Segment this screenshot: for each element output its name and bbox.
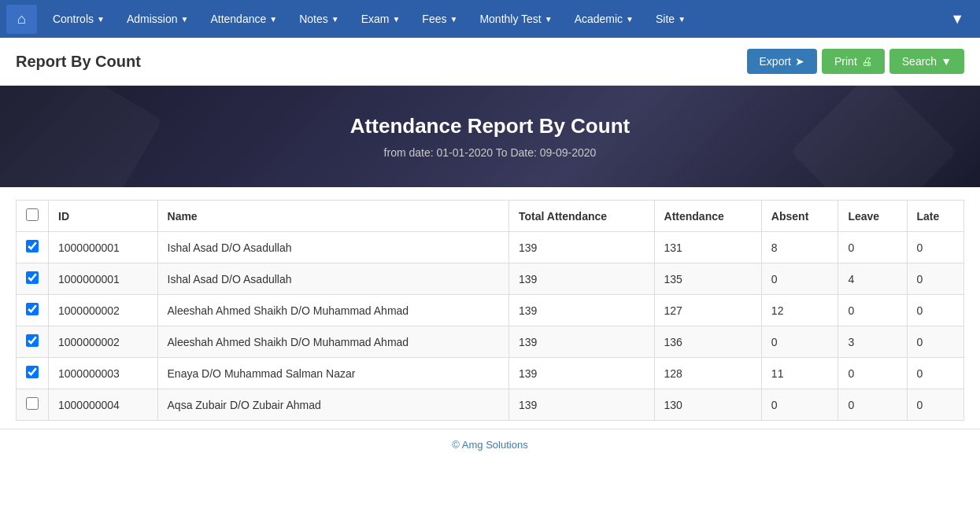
row-total: 139 bbox=[509, 326, 654, 358]
row-attendance: 128 bbox=[654, 358, 761, 389]
row-leave: 0 bbox=[838, 358, 907, 389]
col-header-name: Name bbox=[157, 201, 509, 232]
row-absent: 11 bbox=[761, 358, 838, 389]
row-leave: 0 bbox=[838, 295, 907, 326]
table-row: 1000000002 Aleeshah Ahmed Shaikh D/O Muh… bbox=[17, 326, 964, 358]
row-checkbox-cell[interactable] bbox=[17, 232, 49, 263]
navbar-exam[interactable]: Exam ▼ bbox=[350, 0, 412, 38]
row-name: Ishal Asad D/O Asadullah bbox=[157, 232, 509, 263]
row-absent: 0 bbox=[761, 326, 838, 358]
navbar-attendance[interactable]: Attendance ▼ bbox=[199, 0, 288, 38]
row-id: 1000000001 bbox=[49, 263, 158, 295]
chevron-down-icon: ▼ bbox=[97, 15, 105, 24]
row-leave: 0 bbox=[838, 232, 907, 263]
select-all-header[interactable] bbox=[17, 201, 49, 232]
row-checkbox-cell[interactable] bbox=[17, 358, 49, 389]
row-checkbox[interactable] bbox=[26, 334, 39, 347]
table-row: 1000000003 Enaya D/O Muhammad Salman Naz… bbox=[17, 358, 964, 389]
table-row: 1000000004 Aqsa Zubair D/O Zubair Ahmad … bbox=[17, 389, 964, 421]
chevron-down-icon: ▼ bbox=[678, 15, 686, 24]
row-late: 0 bbox=[907, 326, 964, 358]
table-row: 1000000001 Ishal Asad D/O Asadullah 139 … bbox=[17, 263, 964, 295]
row-checkbox-cell[interactable] bbox=[17, 295, 49, 326]
row-attendance: 130 bbox=[654, 389, 761, 421]
row-absent: 0 bbox=[761, 263, 838, 295]
row-id: 1000000002 bbox=[49, 295, 158, 326]
row-absent: 8 bbox=[761, 232, 838, 263]
row-total: 139 bbox=[509, 263, 654, 295]
navbar-site[interactable]: Site ▼ bbox=[645, 0, 697, 38]
row-id: 1000000002 bbox=[49, 326, 158, 358]
navbar-notes[interactable]: Notes ▼ bbox=[288, 0, 349, 38]
row-total: 139 bbox=[509, 358, 654, 389]
row-name: Aleeshah Ahmed Shaikh D/O Muhammad Ahmad bbox=[157, 326, 509, 358]
row-id: 1000000004 bbox=[49, 389, 158, 421]
row-attendance: 127 bbox=[654, 295, 761, 326]
navbar-academic[interactable]: Academic ▼ bbox=[564, 0, 645, 38]
col-header-leave: Leave bbox=[838, 201, 907, 232]
row-checkbox-cell[interactable] bbox=[17, 263, 49, 295]
row-late: 0 bbox=[907, 295, 964, 326]
home-button[interactable]: ⌂ bbox=[6, 5, 37, 34]
row-leave: 0 bbox=[838, 389, 907, 421]
footer: © Amg Solutions bbox=[0, 429, 980, 460]
row-checkbox[interactable] bbox=[26, 240, 39, 252]
row-total: 139 bbox=[509, 232, 654, 263]
navbar-admission[interactable]: Admission ▼ bbox=[116, 0, 200, 38]
export-icon: ➤ bbox=[795, 55, 804, 68]
row-checkbox[interactable] bbox=[26, 303, 39, 315]
col-header-attendance: Attendance bbox=[654, 201, 761, 232]
row-name: Ishal Asad D/O Asadullah bbox=[157, 263, 509, 295]
navbar-controls[interactable]: Controls ▼ bbox=[42, 0, 116, 38]
table-header-row: ID Name Total Attendance Attendance Abse… bbox=[17, 201, 964, 232]
col-header-late: Late bbox=[907, 201, 964, 232]
row-late: 0 bbox=[907, 232, 964, 263]
select-all-checkbox[interactable] bbox=[26, 208, 39, 221]
home-icon: ⌂ bbox=[17, 11, 26, 28]
row-leave: 3 bbox=[838, 326, 907, 358]
row-checkbox-cell[interactable] bbox=[17, 326, 49, 358]
row-absent: 12 bbox=[761, 295, 838, 326]
row-total: 139 bbox=[509, 295, 654, 326]
export-button[interactable]: Export ➤ bbox=[747, 49, 817, 74]
col-header-absent: Absent bbox=[761, 201, 838, 232]
row-total: 139 bbox=[509, 389, 654, 421]
col-header-total-attendance: Total Attendance bbox=[509, 201, 654, 232]
row-id: 1000000001 bbox=[49, 232, 158, 263]
navbar-monthly-test[interactable]: Monthly Test ▼ bbox=[468, 0, 563, 38]
chevron-down-icon: ▼ bbox=[331, 15, 339, 24]
row-checkbox[interactable] bbox=[26, 366, 39, 378]
chevron-down-icon: ▼ bbox=[626, 15, 634, 24]
row-id: 1000000003 bbox=[49, 358, 158, 389]
banner-title: Attendance Report By Count bbox=[16, 114, 964, 138]
print-button[interactable]: Print 🖨 bbox=[822, 49, 885, 74]
navbar-fees[interactable]: Fees ▼ bbox=[411, 0, 468, 38]
table-section: ID Name Total Attendance Attendance Abse… bbox=[0, 187, 980, 421]
row-checkbox-cell[interactable] bbox=[17, 389, 49, 421]
col-header-id: ID bbox=[49, 201, 158, 232]
row-name: Aqsa Zubair D/O Zubair Ahmad bbox=[157, 389, 509, 421]
row-attendance: 131 bbox=[654, 232, 761, 263]
chevron-down-icon: ▼ bbox=[269, 15, 277, 24]
row-attendance: 135 bbox=[654, 263, 761, 295]
navbar: ⌂ Controls ▼ Admission ▼ Attendance ▼ No… bbox=[0, 0, 980, 38]
row-name: Aleeshah Ahmed Shaikh D/O Muhammad Ahmad bbox=[157, 295, 509, 326]
row-name: Enaya D/O Muhammad Salman Nazar bbox=[157, 358, 509, 389]
chevron-down-icon: ▼ bbox=[545, 15, 553, 24]
row-leave: 4 bbox=[838, 263, 907, 295]
header-bar: Report By Count Export ➤ Print 🖨 Search … bbox=[0, 38, 980, 86]
table-row: 1000000001 Ishal Asad D/O Asadullah 139 … bbox=[17, 232, 964, 263]
report-banner: Attendance Report By Count from date: 01… bbox=[0, 86, 980, 187]
chevron-down-icon: ▼ bbox=[181, 15, 189, 24]
row-attendance: 136 bbox=[654, 326, 761, 358]
row-checkbox[interactable] bbox=[26, 397, 39, 410]
row-checkbox[interactable] bbox=[26, 271, 39, 284]
chevron-down-icon: ▼ bbox=[449, 15, 457, 24]
table-row: 1000000002 Aleeshah Ahmed Shaikh D/O Muh… bbox=[17, 295, 964, 326]
filter-icon: ▼ bbox=[941, 55, 952, 68]
row-late: 0 bbox=[907, 358, 964, 389]
search-button[interactable]: Search ▼ bbox=[889, 49, 964, 74]
expand-button[interactable]: ▼ bbox=[941, 0, 974, 38]
page-title: Report By Count bbox=[16, 53, 747, 71]
banner-subtitle: from date: 01-01-2020 To Date: 09-09-202… bbox=[16, 146, 964, 159]
